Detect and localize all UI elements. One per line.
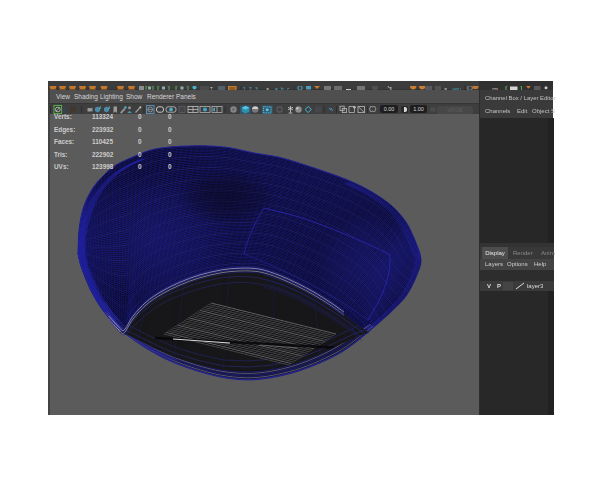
svg-text:123998: 123998 bbox=[92, 163, 114, 170]
svg-text:0: 0 bbox=[138, 163, 142, 170]
svg-text:0: 0 bbox=[138, 114, 142, 120]
svg-text:Faces:: Faces: bbox=[54, 138, 74, 145]
svg-text:Tris:: Tris: bbox=[54, 151, 68, 158]
svg-text:0: 0 bbox=[168, 138, 172, 145]
svg-text:Edges:: Edges: bbox=[54, 126, 75, 134]
svg-text:0: 0 bbox=[168, 163, 172, 170]
svg-text:223932: 223932 bbox=[92, 126, 114, 133]
svg-text:4: 4 bbox=[99, 106, 101, 110]
svg-text:0: 0 bbox=[138, 151, 142, 158]
svg-text:0: 0 bbox=[168, 151, 172, 158]
svg-text:222902: 222902 bbox=[92, 151, 114, 158]
svg-text:0: 0 bbox=[168, 126, 172, 133]
svg-text:UVs:: UVs: bbox=[54, 163, 69, 170]
svg-text:Verts:: Verts: bbox=[54, 114, 72, 120]
svg-text:4: 4 bbox=[108, 106, 110, 110]
svg-text:113324: 113324 bbox=[92, 114, 113, 120]
svg-text:0: 0 bbox=[138, 138, 142, 145]
svg-text:110425: 110425 bbox=[92, 138, 113, 145]
svg-text:0: 0 bbox=[138, 126, 142, 133]
svg-text:0: 0 bbox=[168, 114, 172, 120]
